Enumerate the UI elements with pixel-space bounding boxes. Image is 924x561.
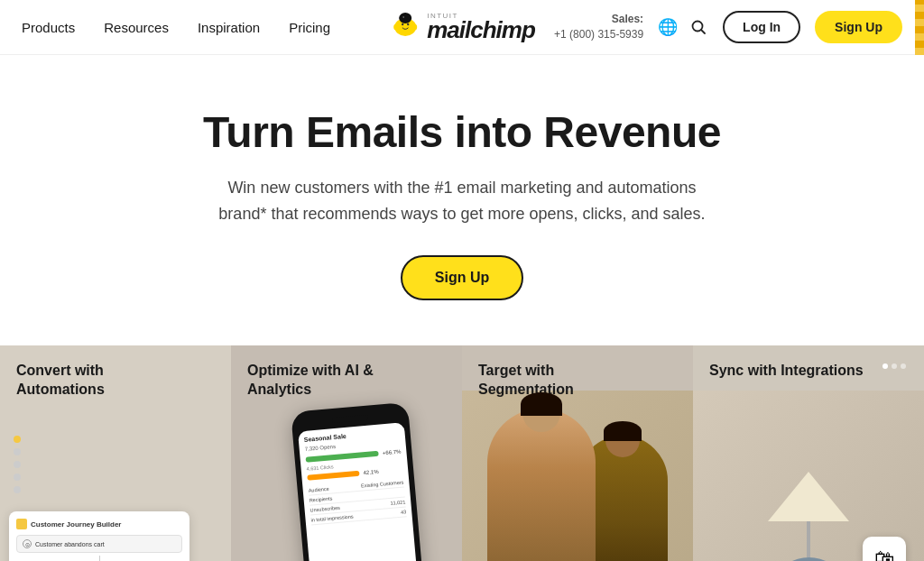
phone-row-val: [404, 490, 405, 495]
cjb-title: Customer Journey Builder: [31, 520, 121, 529]
sidebar-dot: [14, 448, 21, 455]
carousel-dot-2: [892, 363, 897, 369]
segmentation-image: [462, 391, 693, 561]
nav-left: Products Resources Inspiration Pricing: [22, 20, 330, 35]
globe-icon[interactable]: 🌐: [658, 17, 678, 37]
phone-row-val: 11,021: [390, 500, 405, 506]
shopify-icon: 🛍: [874, 547, 894, 561]
svg-point-7: [402, 16, 404, 18]
lamp-base: [780, 557, 838, 561]
phone-opens: 7,320 Opens: [304, 444, 336, 452]
feature-label-automations: Convert with Automations: [16, 362, 179, 400]
cjb-brand-icon: [16, 519, 27, 529]
feature-label-ai: Optimize with AI & Analytics: [247, 362, 410, 400]
feature-card-segmentation: Target with Segmentation: [462, 345, 693, 561]
phone-row-val: 43: [401, 510, 407, 516]
svg-point-2: [402, 23, 403, 25]
cjb-node-icon-1: ⊙: [23, 539, 32, 548]
features-section: Convert with Automations Customer Journe…: [0, 345, 924, 561]
cjb-node-label-1: Customer abandons cart: [35, 541, 105, 547]
hero-subtitle: Win new customers with the #1 email mark…: [209, 175, 715, 227]
signup-button-hero[interactable]: Sign Up: [401, 255, 523, 300]
person-hair-2: [604, 421, 642, 441]
navbar: Products Resources Inspiration Pricing I…: [0, 0, 924, 55]
svg-point-4: [393, 24, 399, 31]
cjb-connector: [99, 556, 100, 561]
lamp-illustration: [768, 472, 849, 561]
svg-point-3: [407, 23, 409, 25]
phone-row-label: Recipients: [309, 496, 332, 503]
nav-item-pricing[interactable]: Pricing: [289, 20, 330, 35]
phone-clicks-pct: +66.7%: [383, 449, 402, 456]
phone-notch: [332, 415, 368, 423]
login-button[interactable]: Log In: [723, 11, 800, 43]
nav-item-products[interactable]: Products: [22, 20, 75, 35]
feature-card-automations: Convert with Automations Customer Journe…: [0, 345, 231, 561]
svg-point-6: [399, 13, 411, 23]
phone-bars: +66.7% 4,631 Clicks 42.1%: [305, 447, 402, 483]
sales-label: Sales:: [554, 12, 643, 27]
sidebar-dot: [14, 461, 21, 468]
search-icon[interactable]: [688, 17, 708, 37]
mailchimp-wordmark: mailchimp: [427, 18, 535, 41]
sales-info: Sales: +1 (800) 315-5939: [554, 12, 643, 42]
phone-audience-pct: 42.1%: [363, 469, 378, 475]
nav-icons: 🌐: [658, 17, 708, 37]
nav-item-inspiration[interactable]: Inspiration: [198, 20, 260, 35]
sidebar-dot: [14, 436, 21, 443]
journey-builder-mockup: Customer Journey Builder ⊙ Customer aban…: [9, 511, 189, 561]
carousel-dot-1: [882, 363, 888, 369]
phone-screen: Seasonal Sale 7,320 Opens +66.7% 4,631 C…: [298, 423, 420, 561]
cjb-node-1: ⊙ Customer abandons cart: [16, 535, 182, 553]
phone-row-label: Unsubscribes: [310, 505, 340, 513]
hero-section: Turn Emails into Revenue Win new custome…: [0, 55, 924, 345]
cjb-header: Customer Journey Builder: [16, 519, 182, 529]
phone-row-label: in total impressions: [310, 514, 353, 523]
lamp-pole: [807, 521, 810, 557]
svg-point-5: [411, 24, 417, 31]
carousel-dot-3: [901, 363, 906, 369]
shopify-badge: 🛍: [863, 537, 906, 561]
person-figure-1: [487, 409, 596, 561]
svg-line-9: [701, 30, 705, 33]
logo[interactable]: INTUIT mailchimp: [389, 9, 535, 45]
carousel-dots: [882, 363, 906, 369]
feature-card-ai: Optimize with AI & Analytics Seasonal Sa…: [231, 345, 462, 561]
hero-title: Turn Emails into Revenue: [18, 109, 906, 157]
lamp-shade: [768, 472, 849, 521]
feature-label-integrations: Sync with Integrations: [709, 362, 864, 381]
feature-label-segmentation: Target with Segmentation: [478, 362, 641, 400]
logo-icon: [389, 9, 421, 45]
feature-card-integrations: Sync with Integrations 🛍: [693, 345, 924, 561]
sidebar-dot: [14, 474, 21, 481]
person-hair-1: [521, 392, 562, 416]
nav-item-resources[interactable]: Resources: [104, 20, 169, 35]
sidebar-dot: [14, 486, 21, 493]
integrations-image: [693, 391, 924, 561]
nav-right: Sales: +1 (800) 315-5939 🌐 Log In Sign U…: [554, 11, 902, 43]
phone-bar-audience: [307, 471, 360, 481]
sales-phone: +1 (800) 315-5939: [554, 27, 643, 42]
phone-row-label: Audience: [308, 486, 328, 493]
signup-button-nav[interactable]: Sign Up: [815, 11, 902, 43]
scrollbar[interactable]: [915, 0, 924, 55]
phone-mockup: Seasonal Sale 7,320 Opens +66.7% 4,631 C…: [291, 402, 426, 561]
